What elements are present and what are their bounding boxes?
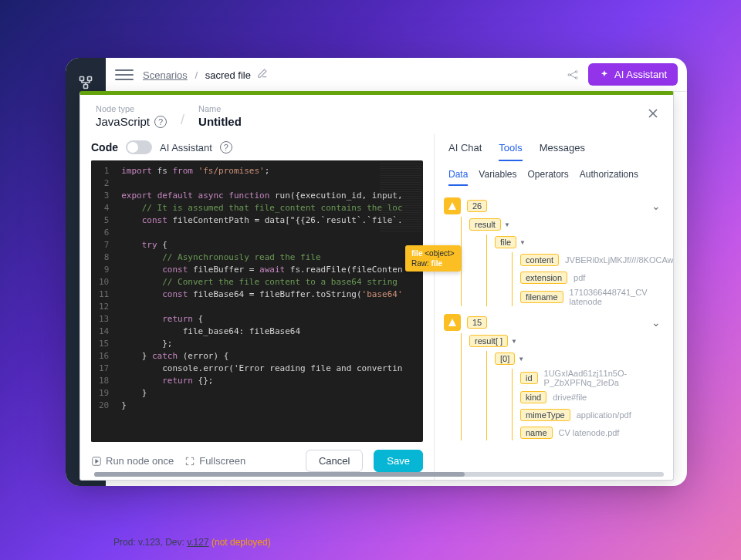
primary-tabs: AI Chat Tools Messages [435, 134, 673, 161]
modal-header: Node type JavaScript ? / Name Untitled [80, 95, 673, 134]
tree-key[interactable]: extension [520, 272, 567, 284]
node-editor-modal: Node type JavaScript ? / Name Untitled C… [80, 91, 674, 481]
tab-data[interactable]: Data [448, 169, 468, 186]
tree-value: CV latenode.pdf [559, 428, 620, 437]
horizontal-scrollbar[interactable] [435, 472, 664, 477]
workflow-icon[interactable] [76, 73, 95, 92]
help-icon[interactable]: ? [154, 116, 167, 128]
chevron-down-icon[interactable]: ⌄ [651, 200, 661, 212]
deploy-status: (not deployed) [211, 537, 271, 548]
breadcrumb-current: sacred file [205, 69, 251, 81]
diagram-icon[interactable] [567, 69, 579, 81]
tree-key[interactable]: result [469, 218, 501, 231]
code-label: Code [91, 141, 118, 153]
svg-point-4 [575, 70, 577, 73]
svg-rect-1 [88, 77, 92, 81]
data-tree: 26⌄ result▼ file▼ contentJVBERi0xLjMKJf/… [435, 186, 673, 480]
tree-key[interactable]: [0] [495, 353, 515, 365]
code-pane: Code AI Assistant ? 12345678910111213141… [80, 134, 434, 480]
node-type: JavaScript ? [96, 115, 167, 128]
node-icon [444, 314, 461, 331]
version-bar: Prod: v.123, Dev: v.127 (not deployed) [113, 537, 271, 548]
run-node-once-button[interactable]: Run node once [91, 455, 174, 467]
breadcrumb: Scenarios / sacred file [143, 68, 268, 81]
tree-value: application/pdf [577, 410, 631, 420]
tree-key[interactable]: kind [520, 391, 546, 403]
svg-point-3 [568, 73, 570, 76]
ai-toggle-label: AI Assistant [160, 142, 212, 153]
gutter: 1234567891011121314151617181920 [91, 160, 115, 442]
node-icon [444, 197, 461, 214]
ai-toggle[interactable] [126, 140, 152, 154]
tree-key[interactable]: id [520, 372, 538, 384]
topbar: Scenarios / sacred file AI Assistant [106, 58, 687, 92]
hover-tooltip: file <object> Raw: file [405, 245, 461, 272]
tab-authorizations[interactable]: Authorizations [580, 169, 638, 186]
tree-node-26[interactable]: 26⌄ result▼ file▼ contentJVBERi0xLjMKJf/… [444, 197, 664, 306]
secondary-tabs: Data Variables Operators Authorizations [435, 161, 673, 186]
close-icon[interactable] [645, 106, 661, 121]
tree-key[interactable]: filename [520, 291, 563, 303]
tree-node-15[interactable]: 15⌄ result[ ]▼ [0]▼ id1UGxIAad61zj11n5O-… [444, 314, 664, 440]
tab-messages[interactable]: Messages [540, 142, 585, 161]
tab-operators[interactable]: Operators [528, 169, 569, 186]
tab-tools[interactable]: Tools [499, 142, 522, 161]
tree-value: pdf [574, 273, 585, 282]
menu-icon[interactable] [115, 66, 134, 84]
tree-value: JVBERi0xLjMKJf////8KOCAwIG9iago8PAov [565, 255, 673, 265]
svg-rect-2 [84, 85, 88, 89]
tab-variables[interactable]: Variables [479, 169, 516, 186]
tree-key[interactable]: file [495, 236, 516, 248]
tree-key[interactable]: result[ ] [469, 335, 508, 347]
minimap[interactable] [380, 164, 421, 233]
node-name[interactable]: Untitled [198, 115, 242, 128]
save-button[interactable]: Save [374, 450, 423, 472]
node-type-label: Node type [96, 104, 167, 113]
svg-rect-0 [80, 77, 84, 81]
fullscreen-button[interactable]: Fullscreen [184, 455, 245, 467]
cancel-button[interactable]: Cancel [306, 450, 363, 472]
code-editor[interactable]: 1234567891011121314151617181920 import f… [91, 160, 423, 442]
tree-key[interactable]: name [520, 427, 553, 439]
tree-value: 1710366448741_CV latenode [570, 288, 664, 306]
edit-icon[interactable] [257, 69, 268, 81]
chevron-down-icon[interactable]: ⌄ [651, 316, 661, 329]
svg-point-5 [575, 76, 577, 79]
dev-version-link[interactable]: v.127 [187, 537, 208, 548]
node-name-label: Name [198, 104, 242, 113]
help-icon[interactable]: ? [220, 141, 232, 153]
tab-ai-chat[interactable]: AI Chat [448, 142, 482, 161]
tree-key[interactable]: content [520, 254, 559, 266]
tree-value: drive#file [553, 393, 587, 402]
tree-key[interactable]: mimeType [520, 409, 570, 421]
inspector-pane: AI Chat Tools Messages Data Variables Op… [434, 134, 673, 480]
ai-assistant-button[interactable]: AI Assistant [588, 63, 678, 86]
breadcrumb-root[interactable]: Scenarios [143, 69, 188, 81]
tree-value: 1UGxIAad61zj11n5O-P_ZbXPFNq_2IeDa [544, 369, 664, 387]
